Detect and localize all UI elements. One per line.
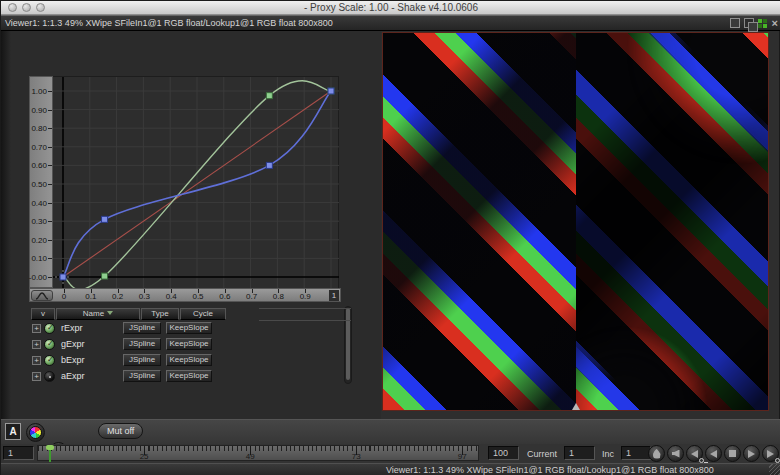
wipe-right-lookup [576,33,769,410]
x-axis-end-marker[interactable]: 1 [329,290,339,301]
header-name[interactable]: Name [56,308,140,320]
transport-controls [648,445,779,462]
curve-name[interactable]: rExpr [61,323,121,333]
flipbook-button[interactable] [648,445,665,462]
spline-icon [35,292,49,300]
header-cycle[interactable]: Cycle [180,308,226,320]
cycle-dropdown[interactable]: KeepSlope [166,354,212,366]
viewer-frame-icon[interactable] [730,18,740,28]
curve-y-ruler[interactable]: 1.000.900.800.700.600.500.400.300.200.10… [29,76,53,288]
curve-plot-area[interactable] [53,76,339,288]
play-backward-button[interactable] [705,445,722,462]
scrollbar-thumb[interactable] [346,308,350,380]
channel-display-button[interactable] [26,423,45,442]
curve-table: v Name Type Cycle + rExpr JSpline KeepSl… [31,308,227,384]
viewer-info-bar: Viewer1: 1:1.3 49% XWipe SFileIn1@1 RGB … [1,15,780,31]
play-forward-button[interactable] [743,445,760,462]
header-type[interactable]: Type [141,308,179,320]
header-visibility[interactable]: v [31,308,55,320]
step-forward-icon [767,450,774,458]
viewer-channels-icon[interactable] [758,18,768,28]
curve-table-header: v Name Type Cycle [31,308,227,320]
current-frame-field[interactable]: 1 [564,446,595,460]
frame-end-field[interactable]: 100 [488,446,519,460]
status-bar: Viewer1: 1:1.3 49% XWipe SFileIn1@1 RGB … [1,463,780,475]
curve-x-ruler[interactable]: 1 00.10.20.30.40.50.60.70.80.9 [29,288,341,302]
stop-button[interactable] [724,445,741,462]
expand-icon[interactable]: + [32,356,41,365]
cycle-dropdown[interactable]: KeepSlope [166,370,212,382]
type-dropdown[interactable]: JSpline [123,354,161,366]
viewer-window-buttons: × [730,18,778,28]
sort-arrow-icon [107,311,113,315]
cycle-dropdown[interactable]: KeepSlope [166,338,212,350]
type-dropdown[interactable]: JSpline [123,370,161,382]
status-text: Viewer1: 1:1.3 49% XWipe SFileIn1@1 RGB … [386,465,714,475]
viewer-detach-icon[interactable] [744,18,754,28]
mute-button[interactable]: Mut off [98,423,143,439]
type-dropdown[interactable]: JSpline [123,338,161,350]
blue-channel-visibility-toggle[interactable] [44,355,55,366]
table-row: + gExpr JSpline KeepSlope [31,336,227,352]
current-label: Current [527,449,557,459]
increment-field[interactable]: 1 [621,446,651,460]
green-channel-visibility-toggle[interactable] [44,339,55,350]
timeline-bar: 1 25497397 100 Current 1 Inc 1 [1,444,780,463]
cycle-dropdown[interactable]: KeepSlope [166,322,212,334]
titlebar: - Proxy Scale: 1.00 - Shake v4.10.0606 [1,1,780,15]
expand-icon[interactable]: + [32,372,41,381]
resize-grip-icon[interactable] [769,464,780,475]
curve-name[interactable]: bExpr [61,355,121,365]
table-scrollbar[interactable] [344,306,352,384]
previous-keyframe-button[interactable] [686,445,703,462]
timeline-ruler[interactable]: 25497397 [37,445,479,461]
play-back-icon [710,450,717,458]
stop-icon [729,450,736,457]
viewer-image[interactable] [382,32,769,411]
header-extension-line [259,308,351,309]
table-row: + rExpr JSpline KeepSlope [31,320,227,336]
viewer-info-text: Viewer1: 1:1.3 49% XWipe SFileIn1@1 RGB … [1,18,333,28]
curve-name[interactable]: gExpr [61,339,121,349]
curve-tool-button[interactable] [31,290,53,301]
panel-edge-shade [1,31,11,419]
shake-window: - Proxy Scale: 1.00 - Shake v4.10.0606 V… [0,0,780,475]
frame-start-field[interactable]: 1 [3,446,34,460]
table-row: + aExpr JSpline KeepSlope [31,368,227,384]
color-wheel-icon [29,426,42,439]
next-keyframe-button[interactable] [762,445,779,462]
xwipe-handle[interactable] [572,403,580,410]
window-title: - Proxy Scale: 1.00 - Shake v4.10.0606 [1,2,780,13]
expand-icon[interactable]: + [32,324,41,333]
sound-button[interactable] [667,445,684,462]
red-channel-visibility-toggle[interactable] [44,323,55,334]
viewer-close-icon[interactable]: × [772,18,778,28]
speaker-icon [672,450,680,458]
viewer-toolbar: A U Mut off [1,419,780,444]
inc-label: Inc [602,449,614,459]
step-back-icon [691,450,698,458]
table-row: + bExpr JSpline KeepSlope [31,352,227,368]
curve-name[interactable]: aExpr [61,371,121,381]
alpha-channel-visibility-toggle[interactable] [44,371,55,382]
play-icon [748,450,755,458]
viewer-script-tab-button[interactable]: A [5,423,21,440]
wipe-left-sfilein [383,33,576,410]
ruler-ticks [38,446,478,451]
flame-icon [653,449,661,459]
expand-icon[interactable]: + [32,340,41,349]
type-dropdown[interactable]: JSpline [123,322,161,334]
lookup-curves-chart[interactable] [53,77,339,289]
playhead[interactable] [49,446,51,462]
header-extension-line [259,320,351,321]
